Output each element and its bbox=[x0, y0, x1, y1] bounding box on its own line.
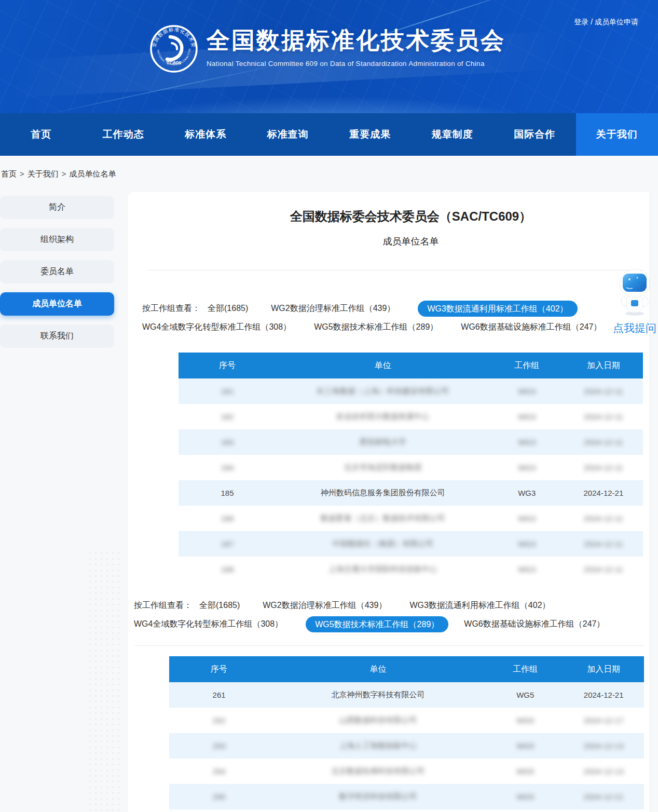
cell-unit: 北京神州数字科技有限公司 bbox=[269, 690, 487, 700]
cell-no: 265 bbox=[169, 792, 269, 801]
filter-wg4[interactable]: WG4全域数字化转型标准工作组（308） bbox=[134, 619, 283, 630]
cell-unit: 上海交通大学国际科技创新中心 bbox=[276, 564, 490, 574]
assistant-widget[interactable]: 点我提问 bbox=[611, 269, 658, 335]
table-row: 264北京数据先锋科技有限公司WG52024-12-13 bbox=[169, 759, 644, 784]
cell-date: 2024-12-13 bbox=[563, 741, 644, 750]
member-section-1: 按工作组查看：全部(1685)WG2数据治理标准工作组（439）WG3数据流通利… bbox=[128, 301, 650, 582]
table-row: 187中国船级社（集团）有限公司WG32024-12-11 bbox=[179, 531, 643, 557]
breadcrumb-separator: > bbox=[20, 169, 24, 178]
nav-item-standard-system[interactable]: 标准体系 bbox=[164, 113, 247, 156]
filter-wg5[interactable]: WG5数据技术标准工作组（289） bbox=[314, 322, 438, 333]
column-header-2: 工作组 bbox=[487, 664, 563, 675]
page-title: 全国数据标委会技术委员会（SAC/TC609） bbox=[179, 192, 643, 225]
cell-workgroup: WG3 bbox=[490, 463, 564, 472]
ask-me-button[interactable]: 点我提问 bbox=[611, 321, 658, 335]
filter-wg2[interactable]: WG2数据治理标准工作组（439） bbox=[271, 303, 395, 314]
cell-no: 188 bbox=[179, 565, 276, 574]
column-header-1: 单位 bbox=[269, 664, 487, 675]
sidebar-item-org[interactable]: 组织架构 bbox=[0, 228, 114, 251]
cell-no: 261 bbox=[169, 691, 269, 699]
nav-item-about[interactable]: 关于我们 bbox=[576, 113, 658, 156]
filter-row: WG4全域数字化转型标准工作组（308）WG5数据技术标准工作组（289）WG6… bbox=[142, 319, 650, 335]
cell-no: 186 bbox=[179, 514, 276, 523]
breadcrumb-item-0[interactable]: 首页 bbox=[1, 169, 17, 178]
sidebar-item-member-units[interactable]: 成员单位名单 bbox=[0, 292, 114, 316]
nav-item-international[interactable]: 国际合作 bbox=[494, 113, 576, 156]
nav-item-work-news[interactable]: 工作动态 bbox=[83, 113, 165, 156]
filter-all[interactable]: 全部(1685) bbox=[199, 600, 240, 611]
login-link[interactable]: 登录 / 成员单位申请 bbox=[574, 18, 638, 27]
cell-date: 2024-12-13 bbox=[563, 767, 644, 776]
logo-swoosh bbox=[167, 37, 182, 60]
column-header-3: 加入日期 bbox=[563, 664, 644, 675]
breadcrumb-item-1[interactable]: 关于我们 bbox=[28, 169, 59, 178]
filter-wg3[interactable]: WG3数据流通利用标准工作组（402） bbox=[418, 301, 577, 317]
cell-workgroup: WG3 bbox=[490, 387, 564, 396]
sidebar-item-contact[interactable]: 联系我们 bbox=[0, 324, 114, 348]
cell-no: 263 bbox=[169, 741, 269, 750]
member-table: 序号单位工作组加入日期261北京神州数字科技有限公司WG52024-12-212… bbox=[169, 656, 644, 809]
filter-label: 按工作组查看： bbox=[134, 600, 192, 611]
cell-date: 2024-12-11 bbox=[564, 438, 643, 446]
cell-workgroup: WG3 bbox=[490, 539, 564, 548]
cell-no: 185 bbox=[179, 489, 276, 497]
filter-wg6[interactable]: WG6数据基础设施标准工作组（247） bbox=[464, 619, 605, 630]
filter-bar: 按工作组查看：全部(1685)WG2数据治理标准工作组（439）WG3数据流通利… bbox=[134, 598, 650, 632]
sidebar-item-members[interactable]: 委员名单 bbox=[0, 260, 114, 283]
cell-workgroup: WG5 bbox=[487, 741, 563, 750]
nav-item-achievements[interactable]: 重要成果 bbox=[329, 113, 412, 156]
cell-no: 187 bbox=[179, 539, 276, 548]
cell-unit: 神州数码信息服务集团股份有限公司 bbox=[276, 488, 490, 498]
column-header-1: 单位 bbox=[276, 360, 490, 371]
sidebar-item-intro[interactable]: 简介 bbox=[0, 196, 114, 219]
filter-wg4[interactable]: WG4全域数字化转型标准工作组（308） bbox=[142, 322, 291, 333]
filter-wg6[interactable]: WG6数据基础设施标准工作组（247） bbox=[461, 322, 601, 333]
cell-date: 2024-12-11 bbox=[564, 539, 643, 548]
cell-workgroup: WG5 bbox=[487, 792, 563, 801]
page-subtitle: 成员单位名单 bbox=[179, 235, 643, 248]
cell-unit: 数据要素（北京）数据技术有限公司 bbox=[276, 513, 490, 523]
main-nav: 首页工作动态标准体系标准查询重要成果规章制度国际合作关于我们 bbox=[0, 113, 658, 156]
sections-container: 按工作组查看：全部(1685)WG2数据治理标准工作组（439）WG3数据流通利… bbox=[128, 301, 650, 809]
filter-all[interactable]: 全部(1685) bbox=[208, 303, 248, 314]
robot-icon[interactable] bbox=[612, 269, 657, 317]
cell-workgroup: WG3 bbox=[490, 438, 564, 446]
filter-row: 按工作组查看：全部(1685)WG2数据治理标准工作组（439）WG3数据流通利… bbox=[142, 301, 650, 317]
filter-wg3[interactable]: WG3数据流通利用标准工作组（402） bbox=[409, 600, 550, 611]
cell-workgroup: WG3 bbox=[490, 412, 564, 421]
cell-date: 2024-12-11 bbox=[564, 514, 643, 523]
table-row: 182农业农村部大数据发展中心WG32024-12-11 bbox=[179, 404, 643, 429]
sidebar: 简介组织架构委员名单成员单位名单联系我们 bbox=[0, 196, 114, 357]
column-header-0: 序号 bbox=[179, 360, 276, 371]
filter-wg2[interactable]: WG2数据治理标准工作组（439） bbox=[263, 600, 387, 611]
logo-swoosh-inner bbox=[172, 43, 177, 49]
member-table: 序号单位工作组加入日期181长三角数据（上海）科技建设有限公司WG32024-1… bbox=[179, 353, 643, 582]
nav-item-home[interactable]: 首页 bbox=[0, 113, 83, 156]
cell-no: 264 bbox=[169, 767, 269, 776]
column-header-3: 加入日期 bbox=[564, 360, 643, 371]
filter-wg5[interactable]: WG5数据技术标准工作组（289） bbox=[306, 616, 448, 632]
column-header-0: 序号 bbox=[169, 664, 269, 675]
breadcrumb-item-2[interactable]: 成员单位名单 bbox=[70, 169, 116, 178]
cell-unit: 山西数据科技有限公司 bbox=[269, 715, 487, 725]
cell-unit: 农业农村部大数据发展中心 bbox=[276, 412, 490, 422]
cell-workgroup: WG5 bbox=[487, 767, 563, 776]
table-row: 185神州数码信息服务集团股份有限公司WG32024-12-21 bbox=[179, 480, 643, 506]
column-header-2: 工作组 bbox=[490, 360, 564, 371]
table-row: 184北京市海淀区数据集团WG32024-12-11 bbox=[179, 455, 643, 480]
cell-date: 2024-12-11 bbox=[564, 412, 643, 421]
table-row: 261北京神州数字科技有限公司WG52024-12-21 bbox=[169, 682, 644, 708]
cell-no: 262 bbox=[169, 716, 269, 725]
cell-workgroup: WG3 bbox=[490, 514, 564, 523]
site-title: 全国数据标准化技术委员会 bbox=[207, 24, 505, 57]
member-section-2: 按工作组查看：全部(1685)WG2数据治理标准工作组（439）WG3数据流通利… bbox=[128, 598, 650, 809]
table-row: 183西安邮电大学WG32024-12-11 bbox=[179, 429, 643, 455]
nav-item-standard-search[interactable]: 标准查询 bbox=[247, 113, 330, 156]
nav-item-regulations[interactable]: 规章制度 bbox=[412, 113, 494, 156]
cell-date: 2024-12-11 bbox=[564, 387, 643, 396]
cell-unit: 上海人工智能创新中心 bbox=[269, 741, 487, 751]
filter-label: 按工作组查看： bbox=[142, 303, 200, 314]
cell-unit: 北京数据先锋科技有限公司 bbox=[269, 766, 487, 776]
table-row: 188上海交通大学国际科技创新中心WG32024-12-11 bbox=[179, 557, 643, 582]
brand: 全国数据标准化技术委员会 NATIONAL TECHNICAL COMMITTE… bbox=[149, 24, 505, 74]
